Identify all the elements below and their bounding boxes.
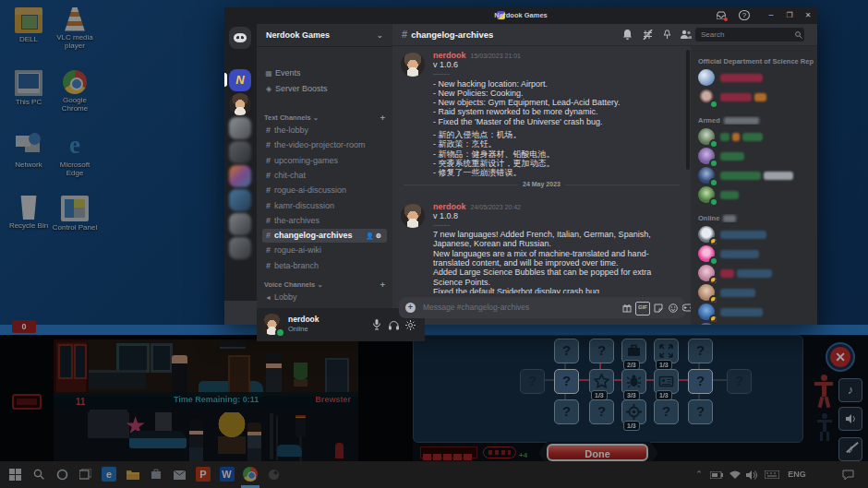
invite-and-settings-icons[interactable]: 👤⚙ xyxy=(366,229,383,243)
members-icon[interactable] xyxy=(678,28,693,42)
message-author[interactable]: nerdook xyxy=(433,51,466,60)
scrollbar[interactable] xyxy=(686,50,690,170)
taskbar-steam-button[interactable] xyxy=(265,466,283,483)
gif-icon[interactable]: GIF xyxy=(635,302,650,315)
avatar[interactable] xyxy=(401,53,425,77)
member-row[interactable] xyxy=(698,128,814,146)
server-icon-blur-f[interactable] xyxy=(229,237,251,259)
server-icon-blur-c[interactable] xyxy=(229,165,251,187)
server-icon-blur-d[interactable] xyxy=(229,189,251,211)
message-input[interactable]: + Message #changelog-archives GIF xyxy=(399,297,685,318)
member-row[interactable] xyxy=(698,167,814,184)
threads-icon[interactable] xyxy=(640,28,655,42)
channel-rogue-ai-wiki[interactable]: #rogue-ai-wiki xyxy=(262,244,387,257)
add-channel-icon[interactable]: + xyxy=(380,280,385,291)
taskbar-mail-button[interactable] xyxy=(171,466,189,483)
taskbar-taskview-button[interactable] xyxy=(77,466,95,483)
server-icon-blur-b[interactable] xyxy=(229,141,251,163)
taskbar-edge-button[interactable]: e xyxy=(100,466,118,483)
mic-icon[interactable] xyxy=(369,317,384,332)
channel-beta-branch[interactable]: #beta-branch xyxy=(262,259,387,273)
skill-node-expand[interactable]: 1/3 xyxy=(654,339,679,363)
add-channel-icon[interactable]: + xyxy=(380,113,385,124)
skill-node-question[interactable]: ? xyxy=(554,369,579,394)
done-button[interactable]: Done xyxy=(547,444,648,461)
member-row[interactable] xyxy=(698,245,814,263)
search-input[interactable]: Search xyxy=(695,28,804,42)
close-button[interactable]: ✕ xyxy=(799,7,817,24)
taskbar-powerpoint-button[interactable]: P xyxy=(194,466,212,483)
inbox-icon[interactable] xyxy=(712,7,730,24)
skill-node-question[interactable]: ? xyxy=(688,369,713,394)
channel-chit-chat[interactable]: #chit-chat xyxy=(262,169,387,183)
attach-plus-icon[interactable]: + xyxy=(405,303,416,313)
taskbar-word-button[interactable]: W xyxy=(218,466,236,483)
window-titlebar[interactable]: Nerdook Games ? – ❐ ✕ xyxy=(224,7,817,24)
taskbar-chrome-button[interactable] xyxy=(241,466,259,483)
skill-node-bug[interactable]: 3/3 xyxy=(621,369,646,394)
skill-node-question[interactable]: ? xyxy=(688,339,713,363)
music-toggle-button[interactable]: ♪ xyxy=(838,378,862,402)
server-icon-brand[interactable]: N xyxy=(229,69,251,91)
skill-node-question[interactable]: ? xyxy=(688,399,713,424)
sidebar-menu-server-boosts[interactable]: ◈Server Boosts xyxy=(262,82,387,96)
server-icon-face[interactable] xyxy=(229,93,251,115)
member-row[interactable] xyxy=(698,186,814,204)
headphones-icon[interactable] xyxy=(386,317,401,332)
taskbar-store-button[interactable] xyxy=(147,466,165,483)
member-row[interactable] xyxy=(698,148,814,165)
pin-icon[interactable] xyxy=(659,28,674,42)
skill-node-question[interactable]: ? xyxy=(520,369,545,394)
member-row[interactable] xyxy=(698,323,814,325)
skill-node-question[interactable]: ? xyxy=(554,339,579,363)
action-center-icon[interactable] xyxy=(838,461,857,488)
skill-node-star[interactable]: 1/3 xyxy=(589,369,614,394)
member-row[interactable] xyxy=(698,284,814,302)
help-icon[interactable]: ? xyxy=(735,7,753,24)
gift-icon[interactable] xyxy=(621,302,633,314)
wifi-icon[interactable] xyxy=(728,461,742,488)
section-header[interactable]: Text Channels ⌄+ xyxy=(264,113,385,124)
skill-node-question[interactable]: ? xyxy=(589,339,614,363)
settings-gear-icon[interactable] xyxy=(403,317,417,332)
sound-toggle-button[interactable] xyxy=(838,407,862,431)
skill-node-card[interactable]: 1/3 xyxy=(654,369,679,394)
taskbar-cortana-button[interactable] xyxy=(53,466,71,483)
sidebar-menu-events[interactable]: ▦Events xyxy=(262,66,387,80)
channel-the-archives[interactable]: #the-archives xyxy=(262,214,387,228)
taskbar-explorer-button[interactable] xyxy=(124,466,142,483)
member-row[interactable] xyxy=(698,265,814,282)
maximize-button[interactable]: ❐ xyxy=(780,7,799,24)
taskbar-search-button[interactable] xyxy=(30,466,48,483)
avatar[interactable] xyxy=(401,204,425,228)
skill-node-question[interactable]: ? xyxy=(727,369,752,394)
server-icon-blur-e[interactable] xyxy=(229,213,251,235)
skill-node-briefcase[interactable]: 2/3 xyxy=(621,339,646,363)
channel-changelog-archives[interactable]: #changelog-archives👤⚙ xyxy=(262,229,387,243)
channel-kamr-discussion[interactable]: #kamr-discussion xyxy=(262,199,387,213)
sticker-icon[interactable] xyxy=(652,302,665,314)
discord-home-button[interactable] xyxy=(229,27,251,49)
server-icon-blur-a[interactable] xyxy=(229,117,251,139)
member-row[interactable] xyxy=(698,226,814,244)
avatar[interactable] xyxy=(261,314,283,335)
music-mute-button[interactable]: ♪ xyxy=(838,437,862,461)
section-header[interactable]: Voice Channels ⌄+ xyxy=(264,280,385,291)
game-close-button[interactable]: ✕ xyxy=(826,342,855,372)
bell-icon[interactable] xyxy=(620,28,634,42)
battery-icon[interactable] xyxy=(709,461,724,488)
skill-node-question[interactable]: ? xyxy=(654,399,679,424)
member-row[interactable] xyxy=(698,89,814,106)
skill-node-target[interactable]: 1/3 xyxy=(621,399,646,424)
skill-node-question[interactable]: ? xyxy=(589,399,614,424)
server-header[interactable]: Nerdook Games ⌄ xyxy=(257,24,392,47)
member-row[interactable] xyxy=(698,69,814,87)
volume-icon[interactable] xyxy=(744,461,759,488)
skill-node-question[interactable]: ? xyxy=(554,399,579,424)
emoji-icon[interactable] xyxy=(667,302,680,314)
channel-the-video-projector-room[interactable]: #the-video-projector-room xyxy=(262,138,387,152)
tray-chevron-icon[interactable]: ⌃ xyxy=(693,461,705,488)
minimize-button[interactable]: – xyxy=(762,7,780,24)
message-author[interactable]: nerdook xyxy=(433,202,466,211)
channel-upcoming-games[interactable]: #upcoming-games xyxy=(262,154,387,168)
